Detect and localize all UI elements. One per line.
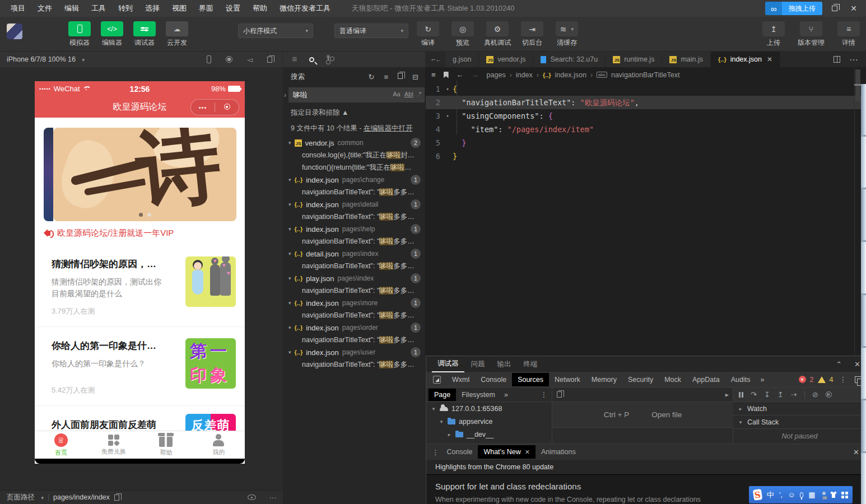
deactivate-breakpoints-icon[interactable]: ⊘ (812, 390, 818, 399)
search-result-match[interactable]: navigationBarTitleText": "哆啦多多… (283, 284, 425, 297)
user-avatar[interactable] (7, 24, 22, 39)
compile-mode-select[interactable]: 普通编译▾ (334, 24, 408, 38)
menu-item[interactable]: 编辑 (59, 2, 84, 15)
search-result-file[interactable]: ▾{..}play.jsonpages\index1 (283, 272, 425, 284)
editor-button[interactable]: </> 编辑器 (99, 21, 125, 48)
drawer-tab-animations[interactable]: Animations (536, 445, 581, 459)
status-more-icon[interactable]: ⋯ (269, 493, 277, 502)
close-icon[interactable]: ✕ (767, 55, 772, 63)
chevron-down-icon[interactable]: ▾ (288, 177, 291, 183)
show-navigator-icon[interactable] (557, 391, 562, 398)
code-line[interactable]: 2 "navigationBarTitleText": "欧皇源码论坛", (426, 96, 866, 109)
skin-icon[interactable] (831, 492, 836, 498)
chevron-down-icon[interactable]: ▾ (288, 140, 291, 146)
drawer-tab-console[interactable]: Console (441, 445, 478, 459)
rotate-device-icon[interactable] (207, 55, 211, 63)
devtools-tab-network[interactable]: Network (549, 373, 586, 386)
page-path-select[interactable]: 页面路径 ▾ (7, 493, 44, 502)
error-count[interactable]: 2 (810, 376, 814, 384)
chevron-down-icon[interactable]: ▾ (288, 276, 291, 281)
phone-tab-gift[interactable]: 帮助 (140, 431, 193, 459)
copy-path-icon[interactable] (114, 494, 119, 501)
switch-background-button[interactable]: ⇥ 切后台 (518, 21, 547, 48)
pause-script-icon[interactable] (739, 392, 743, 398)
code-line[interactable]: 4 "item": "/pages/index/item" (426, 123, 866, 136)
back-icon[interactable]: ← (457, 71, 464, 79)
phone-tab-grid[interactable]: 免费兑换 (87, 431, 140, 459)
editor-tab-index-json[interactable]: {..}index.json✕ (711, 52, 780, 67)
open-in-editor-icon[interactable] (398, 73, 403, 79)
menu-item[interactable]: 视图 (167, 2, 192, 15)
mic-icon[interactable] (800, 492, 803, 498)
call-stack-section[interactable]: ▾ Call Stack (733, 416, 866, 429)
match-case-icon[interactable]: Aa (393, 91, 400, 97)
search-result-match[interactable]: navigationBarTitleText": "哆啦多多… (283, 211, 425, 223)
carousel-image[interactable]: 诗 (53, 128, 236, 221)
compile-button[interactable]: ↻ 编译 (413, 21, 443, 48)
simulator-button[interactable]: 模拟器 (66, 21, 93, 48)
quiz-card[interactable]: 你给人的第一印象是什… 你给人的第一印象是什么？ 5.42万人在测 第一 印象 (35, 326, 245, 405)
quiz-card[interactable]: 猜测情侣吵架的原因，… 猜测情侣吵架的原因，测试出你目前最渴望的是什么 3.79… (35, 245, 245, 326)
fold-icon[interactable]: ▾ (443, 109, 453, 123)
fold-icon[interactable]: ▾ (443, 82, 453, 96)
cloud-dev-button[interactable]: ☁ 云开发 (164, 21, 190, 48)
step-out-icon[interactable]: ↥ (777, 390, 784, 399)
editor-tab-search-32-u7u[interactable]: Search: 32.u7u (533, 52, 606, 67)
pause-on-exceptions-icon[interactable] (826, 391, 832, 398)
expand-replace-icon[interactable]: › (284, 91, 286, 99)
phone-tab-user[interactable]: 我的 (192, 431, 245, 459)
tree-item[interactable]: ▾127.0.0.1:65368 (426, 402, 552, 415)
record-icon[interactable] (226, 56, 232, 63)
version-control-button[interactable]: ⑂ 版本管理 (794, 21, 828, 48)
code-line[interactable]: 1▾{ (426, 82, 866, 96)
debugger-tab-输出[interactable]: 输出 (492, 357, 517, 372)
debugger-tab-问题[interactable]: 问题 (465, 357, 491, 372)
search-result-match[interactable]: navigationBarTitleText": "哆啦多多… (283, 358, 425, 371)
screenshot-icon[interactable] (267, 57, 272, 63)
editor-tab-g-json[interactable]: g.json (445, 52, 479, 67)
drag-upload-button[interactable]: ∞ 拖拽上传 (765, 2, 822, 15)
clear-results-icon[interactable]: ≡ (384, 73, 389, 81)
warning-badge-icon[interactable] (818, 376, 826, 383)
search-result-file[interactable]: ▾{..}index.jsonpages\user1 (283, 346, 425, 358)
chinese-mode-icon[interactable]: 中 (767, 490, 774, 500)
twisty-icon[interactable]: ▾ (439, 419, 444, 424)
close-panel-icon[interactable]: ✕ (854, 360, 860, 368)
inspect-element-icon[interactable] (433, 376, 441, 384)
whole-word-icon[interactable]: Abl (404, 91, 413, 97)
search-result-file[interactable]: ▾{..}index.jsonpages\change1 (283, 174, 425, 186)
toolbox-icon[interactable] (841, 492, 848, 498)
devtools-tab-mock[interactable]: Mock (659, 373, 687, 386)
devtools-tab-audits[interactable]: Audits (725, 373, 756, 386)
outline-icon[interactable]: ≡ (431, 71, 436, 79)
chevron-down-icon[interactable]: ▾ (288, 325, 291, 330)
file-list-icon[interactable]: ≡ (292, 54, 297, 64)
code-line[interactable]: 5 } (426, 136, 866, 150)
search-dir-toggle[interactable]: 指定目录和排除 ▲ (283, 105, 425, 119)
sogou-input-toolbar[interactable]: S 中 ’, ☺ ▦ (749, 486, 853, 503)
chevron-down-icon[interactable]: ▾ (288, 349, 291, 355)
devtools-tab-appdata[interactable]: AppData (687, 373, 725, 386)
search-result-match[interactable]: navigationBarTitleText": "哆啦多多… (283, 260, 425, 272)
forward-icon[interactable]: → (472, 71, 479, 79)
code-area[interactable]: 1▾{2 "navigationBarTitleText": "欧皇源码论坛",… (426, 82, 866, 163)
debugger-button[interactable]: 调试器 (131, 21, 158, 48)
chevron-down-icon[interactable]: ▾ (288, 251, 291, 256)
open-in-editor-link[interactable]: 在编辑器中打开 (364, 124, 413, 132)
search-result-match[interactable]: console.log(e),{title:"我正在哆啦封… (283, 149, 425, 161)
announcement-bar[interactable]: 欧皇源码论坛/注册就送一年VIP (35, 221, 245, 242)
sogou-logo-icon[interactable]: S (753, 489, 762, 501)
search-result-file[interactable]: ▾JSvendor.jscommon2 (283, 137, 425, 149)
breadcrumb[interactable]: pages› index› {..} index.json› abc navig… (487, 71, 680, 79)
drawer-tab-what-s-new[interactable]: What's New✕ (478, 445, 536, 459)
more-menu-icon[interactable]: ••• (191, 104, 215, 111)
more-tabs-icon[interactable]: » (756, 376, 769, 384)
devtools-menu-icon[interactable]: ⋮ (837, 375, 849, 384)
drawer-menu-icon[interactable]: ⋮ (430, 448, 441, 456)
more-tabs-icon[interactable]: » (501, 391, 511, 399)
next-editor-icon[interactable]: ▸ (725, 390, 729, 399)
chevron-down-icon[interactable]: ▾ (288, 300, 291, 306)
tab-page[interactable]: Page (429, 389, 456, 401)
clear-cache-button[interactable]: ≋▾ 清缓存 (552, 21, 581, 48)
desktop-edge-toolbar[interactable] (861, 84, 866, 504)
